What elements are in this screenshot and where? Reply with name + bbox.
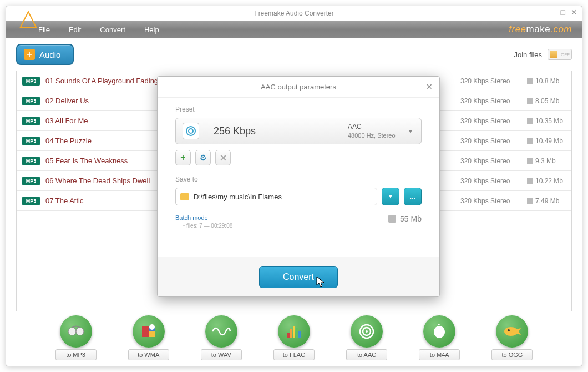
file-bitrate: 320 Kbps Stereo [460,137,521,145]
total-size: 55 Mb [388,214,422,223]
format-button-ogg[interactable]: to OGG [491,315,533,360]
minimize-button[interactable]: — [548,8,555,16]
disk-icon [527,118,533,124]
file-size: 10.35 Mb [527,117,566,125]
format-icon [60,315,92,348]
format-badge: MP3 [22,137,40,145]
aac-icon [183,123,199,139]
format-button-mp3[interactable]: to MP3 [55,315,97,360]
format-button-m4a[interactable]: to M4A [419,315,460,360]
format-button-wma[interactable]: to WMA [128,315,169,360]
menu-convert[interactable]: Convert [100,26,125,34]
batch-summary: └ files: 7 — 00:29:08 [181,223,232,229]
join-files-control: Join files OFF [514,49,572,60]
convert-button[interactable]: Convert [259,266,338,288]
dialog-close-button[interactable]: ✕ [426,82,433,91]
file-size: 7.49 Mb [527,197,566,205]
browse-button[interactable]: ... [404,188,422,205]
format-bar: to MP3to WMAto WAVto FLACto AACto M4Ato … [6,311,582,366]
file-bitrate: 320 Kbps Stereo [460,157,521,165]
format-icon [423,315,455,348]
saveto-path-input[interactable]: D:\files\my music\In Flames [175,188,377,205]
output-params-dialog: AAC output parameters ✕ Preset 256 Kbps … [157,76,440,297]
svg-point-14 [366,330,368,333]
svg-rect-10 [296,328,298,338]
format-badge: MP3 [22,177,40,185]
file-size: 9.3 Mb [527,157,566,165]
format-badge: MP3 [22,117,40,125]
disk-icon [527,78,533,84]
file-size: 10.49 Mb [527,137,566,145]
preset-selector[interactable]: 256 Kbps AAC 48000 Hz, Stereo ▼ [175,118,422,144]
toolbar: + Audio Join files OFF [6,38,582,71]
file-bitrate: 320 Kbps Stereo [460,77,521,85]
preset-bitrate: 256 Kbps [208,125,339,137]
plus-icon: + [24,49,35,60]
chevron-down-icon: ▼ [388,194,393,199]
preset-detail: 48000 Hz, Stereo [348,132,414,139]
format-badge: MP3 [22,197,40,205]
chevron-down-icon: ▼ [408,128,413,134]
maximize-button[interactable]: □ [561,8,565,16]
saveto-path: D:\files\my music\In Flames [194,193,282,201]
plus-icon: + [180,153,185,163]
svg-rect-7 [287,333,290,338]
file-size: 8.05 Mb [527,97,566,105]
svg-point-0 [68,328,76,335]
svg-rect-5 [149,331,155,337]
format-badge: MP3 [22,77,40,86]
file-size: 10.22 Mb [527,177,566,185]
disk-icon [527,98,533,104]
disk-icon [388,215,396,223]
format-label: to M4A [419,349,460,360]
format-button-aac[interactable]: to AAC [346,315,387,360]
file-size: 10.8 Mb [527,77,566,85]
format-button-flac[interactable]: to FLAC [273,315,315,360]
brand-link[interactable]: freemake.com [509,24,572,35]
app-logo-icon [17,9,39,32]
file-bitrate: 320 Kbps Stereo [460,97,521,105]
format-button-wav[interactable]: to WAV [201,315,242,360]
close-button[interactable]: ✕ [571,8,577,16]
batch-mode-link[interactable]: Batch mode [175,214,232,221]
dialog-title: AAC output parameters [261,83,336,91]
dialog-titlebar: AAC output parameters ✕ [158,77,439,98]
format-badge: MP3 [22,157,40,165]
disk-icon [527,138,533,144]
preset-codec: AAC [348,123,414,132]
saveto-label: Save to [175,175,422,183]
svg-point-6 [149,324,155,330]
svg-rect-9 [293,326,295,338]
gear-icon: ⚙ [200,153,207,162]
svg-point-16 [508,329,510,331]
menu-help[interactable]: Help [144,26,159,34]
preset-label: Preset [175,105,422,113]
format-label: to WAV [201,349,242,360]
format-icon [133,315,165,348]
toggle-knob [550,51,557,58]
svg-rect-8 [290,329,292,338]
format-label: to WMA [128,349,169,360]
file-bitrate: 320 Kbps Stereo [460,197,521,205]
format-label: to OGG [491,349,533,360]
format-label: to AAC [346,349,387,360]
window-title: Freemake Audio Converter [254,9,333,17]
titlebar: Freemake Audio Converter — □ ✕ [6,6,582,21]
saveto-dropdown-button[interactable]: ▼ [382,188,399,205]
join-files-toggle[interactable]: OFF [548,49,572,60]
format-label: to MP3 [55,349,97,360]
preset-add-button[interactable]: + [175,150,191,165]
format-label: to FLAC [273,349,315,360]
svg-point-18 [189,129,193,133]
file-bitrate: 320 Kbps Stereo [460,177,521,185]
menu-file[interactable]: File [38,26,50,34]
preset-settings-button[interactable]: ⚙ [195,150,211,165]
format-icon [278,315,310,348]
svg-point-17 [186,127,195,135]
svg-rect-11 [298,331,301,338]
format-icon [351,315,383,348]
add-audio-button[interactable]: + Audio [16,44,74,65]
menu-edit[interactable]: Edit [69,26,81,34]
svg-point-15 [504,327,518,336]
preset-delete-button[interactable]: ✕ [215,150,231,165]
